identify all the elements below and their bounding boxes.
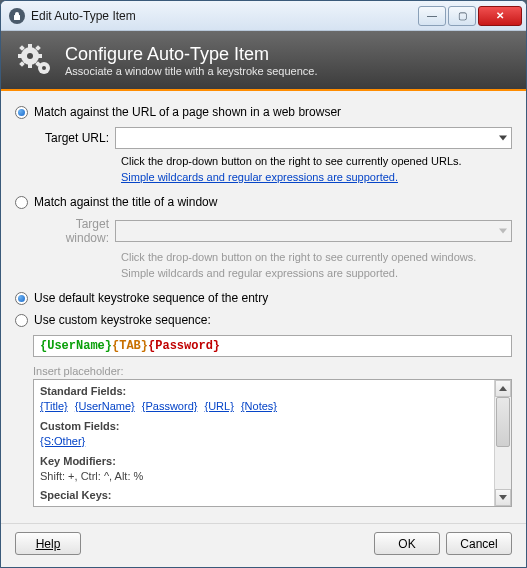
target-url-label: Target URL: [33,131,115,145]
match-url-label[interactable]: Match against the URL of a page shown in… [34,105,341,119]
custom-sequence-label[interactable]: Use custom keystroke sequence: [34,313,211,327]
ph-heading-custom: Custom Fields: [40,419,488,434]
banner-subtitle: Associate a window title with a keystrok… [65,65,318,77]
help-button[interactable]: Help [15,532,81,555]
banner: Configure Auto-Type Item Associate a win… [1,31,526,89]
maximize-button[interactable]: ▢ [448,6,476,26]
gears-icon [15,40,55,80]
ph-link-title[interactable]: {Title} [40,400,68,412]
url-hint-1: Click the drop-down button on the right … [121,155,512,167]
ph-heading-special: Special Keys: [40,488,488,503]
scroll-up-button[interactable] [495,380,511,397]
seq-token-password: {Password} [148,339,220,353]
custom-sequence-radio[interactable] [15,314,28,327]
match-window-label[interactable]: Match against the title of a window [34,195,217,209]
ph-heading-standard: Standard Fields: [40,384,488,399]
default-sequence-label[interactable]: Use default keystroke sequence of the en… [34,291,268,305]
svg-rect-4 [18,54,23,58]
minimize-button[interactable]: — [418,6,446,26]
ph-modifiers-text: Shift: +, Ctrl: ^, Alt: % [40,469,488,484]
match-url-radio[interactable] [15,106,28,119]
svg-rect-5 [37,54,42,58]
window-hint-2: Simple wildcards and regular expressions… [121,267,512,279]
dialog-window: Edit Auto-Type Item — ▢ ✕ [0,0,527,568]
titlebar[interactable]: Edit Auto-Type Item — ▢ ✕ [1,1,526,31]
scroll-track[interactable] [495,397,511,489]
insert-placeholder-label: Insert placeholder: [33,365,512,377]
match-window-radio[interactable] [15,196,28,209]
wildcard-help-link[interactable]: Simple wildcards and regular expressions… [121,171,398,183]
ph-link-custom-other[interactable]: {S:Other} [40,435,85,447]
scrollbar[interactable] [494,380,511,506]
window-title: Edit Auto-Type Item [31,9,418,23]
content-area: Match against the URL of a page shown in… [1,91,526,523]
svg-rect-2 [28,44,32,49]
target-window-combo [115,220,512,242]
placeholder-list: Standard Fields: {Title} {UserName} {Pas… [33,379,512,507]
lock-icon [9,8,25,24]
ph-heading-modifiers: Key Modifiers: [40,454,488,469]
target-url-combo[interactable] [115,127,512,149]
svg-rect-3 [28,63,32,68]
chevron-down-icon [499,229,507,234]
ph-link-url[interactable]: {URL} [205,400,234,412]
ph-link-password[interactable]: {Password} [142,400,198,412]
scroll-thumb[interactable] [496,397,510,447]
window-hint-1: Click the drop-down button on the right … [121,251,512,263]
close-button[interactable]: ✕ [478,6,522,26]
svg-point-11 [42,66,46,70]
sequence-input[interactable]: {UserName}{TAB}{Password} [33,335,512,357]
footer: Help OK Cancel [1,523,526,567]
seq-token-username: {UserName} [40,339,112,353]
chevron-down-icon [499,136,507,141]
ok-button[interactable]: OK [374,532,440,555]
ph-link-username[interactable]: {UserName} [75,400,135,412]
ph-link-notes[interactable]: {Notes} [241,400,277,412]
default-sequence-radio[interactable] [15,292,28,305]
scroll-down-button[interactable] [495,489,511,506]
target-window-label: Target window: [33,217,115,245]
banner-title: Configure Auto-Type Item [65,44,318,65]
svg-point-1 [27,53,33,59]
cancel-button[interactable]: Cancel [446,532,512,555]
seq-token-tab: {TAB} [112,339,148,353]
